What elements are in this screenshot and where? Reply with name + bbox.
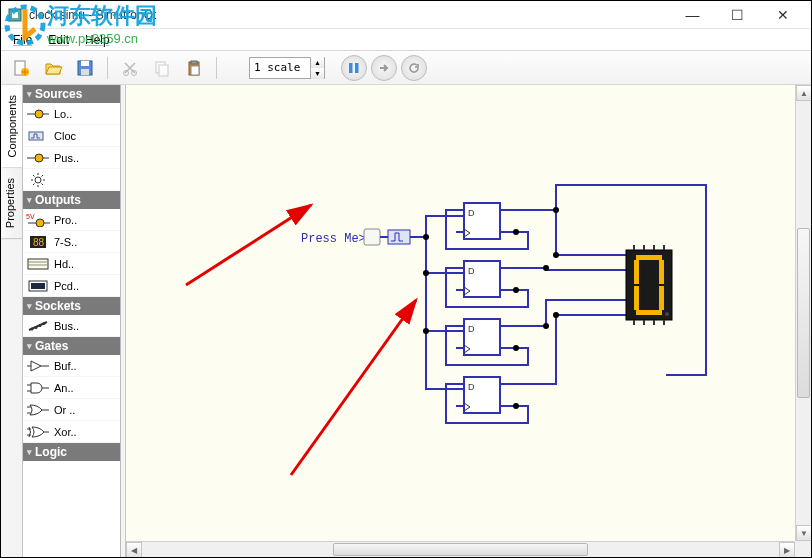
menu-edit[interactable]: Edit [40,31,77,49]
svg-point-94 [553,312,559,318]
svg-text:D: D [468,382,475,392]
svg-line-31 [42,175,44,177]
svg-point-95 [553,252,559,258]
minimize-button[interactable]: — [670,1,715,29]
seven-segment-display[interactable] [626,245,672,325]
copy-button[interactable] [148,54,176,82]
push-icon [26,150,50,166]
tab-properties[interactable]: Properties [1,168,22,239]
svg-rect-102 [636,310,662,315]
svg-rect-38 [28,259,48,269]
component-hd[interactable]: Hd.. [23,253,120,275]
flipflop-3[interactable]: D [456,319,516,355]
flipflop-2[interactable]: D [456,261,516,297]
group-sockets[interactable]: ▾Sockets [23,297,120,315]
group-sources[interactable]: ▾Sources [23,85,120,103]
svg-rect-5 [81,61,89,66]
component-clock[interactable]: Cloc [23,125,120,147]
svg-point-61 [423,270,429,276]
svg-point-89 [513,345,519,351]
annotation-arrow-1 [186,205,311,285]
press-me-button[interactable] [364,229,380,245]
svg-point-46 [39,324,42,327]
group-gates[interactable]: ▾Gates [23,337,120,355]
svg-point-93 [543,323,549,329]
app-icon [7,7,23,23]
svg-rect-100 [634,286,639,310]
new-file-button[interactable] [7,54,35,82]
svg-point-87 [513,229,519,235]
svg-rect-15 [355,63,359,73]
svg-rect-14 [349,63,353,73]
toolbar-separator [216,57,217,79]
menu-help[interactable]: Help [77,31,118,49]
svg-text:5V: 5V [26,213,35,220]
paste-button[interactable] [180,54,208,82]
component-and[interactable]: An.. [23,377,120,399]
svg-point-45 [35,326,38,329]
titlebar: clock.simu - SimutronQt — ☐ ✕ [1,1,811,29]
svg-point-17 [35,110,43,118]
component-sun[interactable] [23,169,120,191]
component-pcd[interactable]: Pcd.. [23,275,120,297]
open-file-button[interactable] [39,54,67,82]
group-outputs[interactable]: ▾Outputs [23,191,120,209]
and-icon [26,380,50,396]
component-or[interactable]: Or .. [23,399,120,421]
scroll-right-button[interactable]: ▶ [779,542,795,557]
component-xor[interactable]: Xor.. [23,421,120,443]
display-icon [26,278,50,294]
component-bus[interactable]: Bus.. [23,315,120,337]
bus-icon [26,318,50,334]
horizontal-scrollbar[interactable]: ◀ ▶ [126,541,795,557]
scroll-left-button[interactable]: ◀ [126,542,142,557]
lcd-icon [26,256,50,272]
svg-rect-13 [191,66,199,75]
svg-point-62 [423,328,429,334]
save-button[interactable] [71,54,99,82]
scroll-down-button[interactable]: ▼ [796,525,811,541]
scale-spinner[interactable]: ▲▼ [310,57,324,79]
main-area: Components Properties ▾Sources Lo.. Cloc… [1,85,811,557]
component-pushbutton[interactable]: Pus.. [23,147,120,169]
svg-rect-98 [634,260,639,284]
probe-icon: 5V [26,212,50,228]
toolbar-separator [107,57,108,79]
svg-rect-96 [626,250,672,320]
flipflop-1[interactable]: D [456,203,516,239]
tab-components[interactable]: Components [1,85,22,168]
or-icon [26,402,50,418]
menu-file[interactable]: File [5,31,40,49]
close-button[interactable]: ✕ [760,1,805,29]
svg-rect-12 [191,61,197,64]
component-buffer[interactable]: Buf.. [23,355,120,377]
flipflop-4[interactable]: D [456,377,516,413]
svg-point-91 [553,207,559,213]
vertical-scrollbar[interactable]: ▲ ▼ [795,85,811,541]
svg-line-30 [33,183,35,185]
play-pause-button[interactable] [341,55,367,81]
annotation-arrow-2 [291,300,416,475]
scale-input[interactable]: ▲▼ [249,57,325,79]
svg-text:D: D [468,324,475,334]
component-logic-source[interactable]: Lo.. [23,103,120,125]
canvas[interactable]: Press Me> D [126,85,811,557]
maximize-button[interactable]: ☐ [715,1,760,29]
step-button[interactable] [371,55,397,81]
scroll-up-button[interactable]: ▲ [796,85,811,101]
menubar: File Edit Help [1,29,811,51]
svg-rect-101 [659,286,664,310]
cut-button[interactable] [116,54,144,82]
svg-point-47 [43,322,46,325]
component-probe[interactable]: 5V Pro.. [23,209,120,231]
reset-button[interactable] [401,55,427,81]
svg-point-21 [35,154,43,162]
group-logic[interactable]: ▾Logic [23,443,120,461]
press-me-label: Press Me> [301,232,366,246]
circuit-diagram[interactable]: Press Me> D [126,85,811,557]
svg-rect-97 [636,255,662,260]
component-sevenseg[interactable]: 88 7-S.. [23,231,120,253]
scale-field[interactable] [250,61,310,74]
clock-icon [26,128,50,144]
window-title: clock.simu - SimutronQt [29,8,670,22]
